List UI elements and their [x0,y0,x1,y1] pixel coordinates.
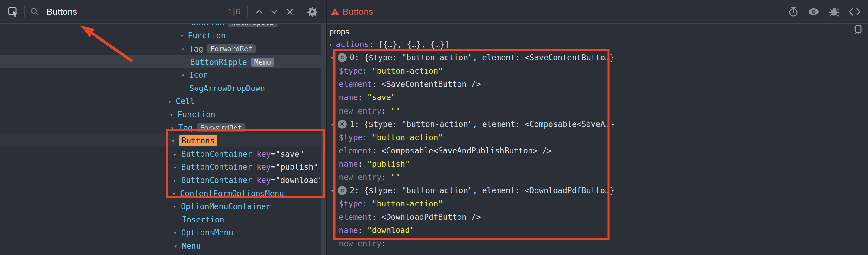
prop-value[interactable]: "save" [367,93,396,102]
component-tree: ▾FunctionWithRipple▾Function▾TagForwardR… [0,16,326,253]
tree-row-function[interactable]: ▾Function [0,29,326,42]
chevron-down-icon[interactable]: ▾ [331,54,338,61]
chevron-down-icon[interactable]: ▾ [170,124,179,131]
prop-key[interactable]: $type [339,199,363,208]
prop-key[interactable]: $type [339,66,363,75]
search-input[interactable]: Buttons [46,7,77,17]
prop-key[interactable]: name [339,93,358,102]
prop-row[interactable]: name: "save" [327,91,868,104]
delete-entry-icon[interactable]: ✕ [338,120,347,129]
prop-key[interactable]: new entry [339,239,381,248]
component-name: ButtonContainer [181,176,252,185]
chevron-down-icon[interactable]: ▾ [168,98,176,105]
prop-row[interactable]: element: <SaveContentButton /> [327,77,868,91]
gear-icon[interactable] [307,6,318,17]
chevron-down-icon[interactable]: ▾ [331,187,338,194]
tree-row-buttoncontainer[interactable]: ▸ButtonContainerkey="publish" [0,161,326,174]
chevron-down-icon[interactable]: ▾ [172,138,179,144]
prop-row[interactable]: name: "download" [327,224,868,237]
component-name: Function [178,110,215,119]
chevron-right-icon[interactable]: ▸ [173,151,181,157]
tree-row-buttonripple[interactable]: ButtonRippleMemo [0,56,326,69]
prop-row[interactable]: new entry: [327,237,868,250]
prop-row[interactable]: ▾✕2: {$type: "button-action", element: <… [327,184,868,197]
chevron-down-icon[interactable]: ▾ [181,72,189,78]
tree-row-menu[interactable]: ▾Menu [0,239,326,253]
tree-row-buttons[interactable]: ▾Buttons [0,134,326,147]
clear-search-icon[interactable] [286,7,294,16]
inspect-element-icon[interactable] [8,7,18,17]
tree-row-cell[interactable]: ▾Cell [0,95,326,108]
prop-row[interactable]: new entry: "" [327,104,868,117]
prop-value[interactable]: "download" [367,226,415,235]
component-key-attribute: key="download" [257,176,323,185]
chevron-down-icon[interactable]: ▾ [173,203,181,210]
copy-props-icon[interactable] [853,25,862,34]
prop-value[interactable]: "button-action" [372,199,443,208]
delete-entry-icon[interactable]: ✕ [338,186,347,195]
chevron-down-icon[interactable]: ▾ [180,32,188,39]
previous-result-icon[interactable] [255,7,264,16]
next-result-icon[interactable] [270,7,278,16]
prop-preview: : [{…}, {…}, {…}] [369,40,450,49]
tree-row-contentformoptionsmenu[interactable]: ▾ContentFormOptionsMenu [0,187,326,200]
tree-row-svgarrowdropdown[interactable]: SvgArrowDropDown [0,82,326,95]
chevron-down-icon[interactable]: ▾ [170,111,178,118]
prop-row[interactable]: element: <Composable<SaveAndPublishButto… [327,144,868,157]
prop-value[interactable]: <Composable<SaveAndPublishButton> /> [381,146,552,155]
chevron-down-icon[interactable]: ▾ [331,121,338,128]
prop-key[interactable]: name [339,226,358,235]
tree-row-insertion[interactable]: Insertion [0,213,326,226]
chevron-right-icon[interactable]: ▸ [173,164,181,170]
prop-value[interactable]: "publish" [367,159,410,169]
prop-value[interactable]: "button-action" [372,133,443,142]
tree-row-icon[interactable]: ▾Icon [0,68,326,82]
profiler-icon[interactable] [788,7,799,17]
eye-icon[interactable] [808,7,820,16]
panel-divider[interactable] [326,0,327,255]
prop-row[interactable]: name: "publish" [327,157,868,171]
prop-key[interactable]: element [339,146,372,155]
tree-row-optionsmenu[interactable]: ▾OptionsMenu [0,226,326,240]
view-source-icon[interactable] [849,7,861,16]
prop-value[interactable]: <SaveContentButton /> [381,80,481,88]
prop-key[interactable]: new entry [339,106,381,115]
delete-entry-icon[interactable]: ✕ [338,53,347,62]
chevron-down-icon[interactable]: ▾ [329,41,336,48]
tree-row-tag[interactable]: ▾TagForwardRef [0,121,326,135]
prop-key[interactable]: $type [339,133,363,142]
attribute-key: key [257,176,271,185]
prop-value[interactable]: "" [391,173,400,182]
prop-value[interactable]: <DownloadPdfButton /> [381,213,481,222]
chevron-down-icon[interactable]: ▾ [172,190,180,197]
prop-row[interactable]: $type: "button-action" [327,197,868,210]
prop-row[interactable]: $type: "button-action" [327,64,868,77]
tree-scrollbar[interactable] [321,24,326,255]
component-name: ButtonContainer [181,162,252,172]
prop-row[interactable]: $type: "button-action" [327,131,868,144]
prop-row[interactable]: ▾✕0: {$type: "button-action", element: <… [327,51,868,64]
tree-row-tag[interactable]: ▾TagForwardRef [0,42,326,56]
prop-key[interactable]: name [339,159,358,169]
prop-row[interactable]: ▾actions: [{…}, {…}, {…}] [327,38,868,51]
chevron-right-icon[interactable]: ▸ [173,177,181,184]
prop-row[interactable]: ▾✕1: {$type: "button-action", element: <… [327,117,868,131]
prop-value[interactable]: "button-action" [372,66,443,75]
bug-icon[interactable] [829,7,840,17]
chevron-down-icon[interactable]: ▾ [181,45,189,52]
prop-key[interactable]: new entry [339,173,381,182]
prop-row[interactable]: element: <DownloadPdfButton /> [327,210,868,224]
tree-row-buttoncontainer[interactable]: ▸ButtonContainerkey="save" [0,147,326,161]
prop-key[interactable]: element [339,213,372,222]
prop-value[interactable]: "" [391,106,400,115]
tree-row-function[interactable]: ▾Function [0,108,326,121]
tree-row-buttoncontainer[interactable]: ▸ButtonContainerkey="download" [0,174,326,187]
component-name: ContentFormOptionsMenu [180,189,284,198]
chevron-down-icon[interactable]: ▾ [174,243,182,249]
chevron-down-icon[interactable]: ▾ [173,229,181,236]
prop-row[interactable]: new entry: "" [327,171,868,184]
prop-key[interactable]: actions [336,40,369,49]
array-item-preview: 1: {$type: "button-action", element: <Co… [350,120,615,129]
tree-row-optionmenucontainer[interactable]: ▾OptionMenuContainer [0,200,326,213]
prop-key[interactable]: element [339,80,372,88]
